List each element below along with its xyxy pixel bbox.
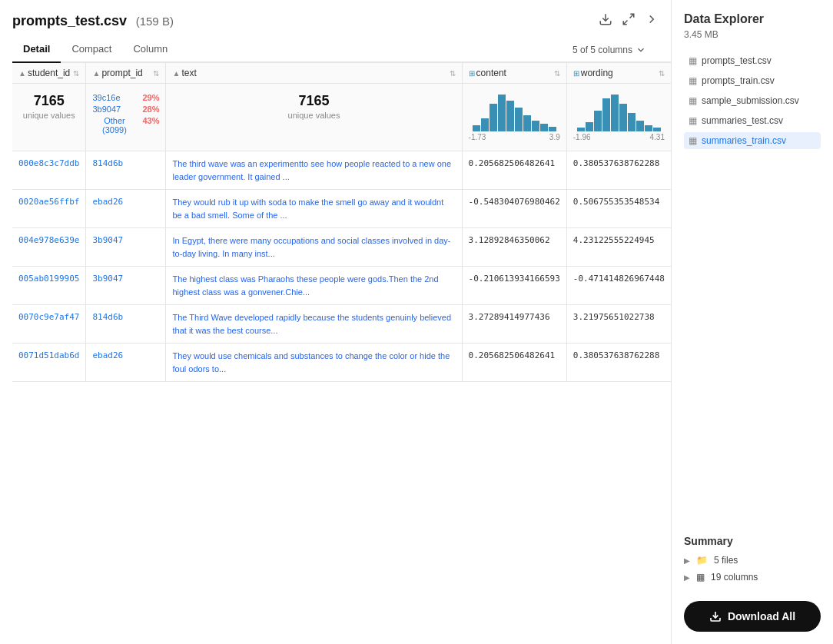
histogram-bar	[645, 125, 652, 131]
sort-icon-wording[interactable]: ⇅	[659, 69, 665, 78]
file-name: sample_submission.csv	[702, 95, 799, 106]
sidebar-file-item[interactable]: ▦sample_submission.csv	[684, 92, 821, 109]
summary-item-1[interactable]: ▶▦19 columns	[684, 572, 821, 583]
data-table-container[interactable]: ▲student_id ⇅ ▲prompt_id ⇅ ▲text ⇅	[12, 63, 671, 644]
table-icon: ▦	[689, 95, 697, 106]
cell-student-id-1[interactable]: 0020ae56ffbf	[12, 190, 86, 228]
summary-item-0[interactable]: ▶📁5 files	[684, 555, 821, 566]
histogram-bar	[532, 121, 539, 131]
sidebar-size: 3.45 MB	[684, 29, 821, 40]
histogram-bar	[540, 124, 548, 131]
header-actions	[599, 12, 659, 29]
cell-content-0: 0.205682506482641	[462, 151, 566, 190]
file-name: summaries_train.csv	[702, 135, 786, 146]
cell-prompt-id-1: ebad26	[86, 190, 166, 228]
cell-text-4: The Third Wave developed rapidly because…	[166, 305, 462, 344]
sidebar-file-item[interactable]: ▦prompts_train.csv	[684, 72, 821, 89]
columns-count: 5 of 5 columns	[572, 45, 632, 55]
table-row: 0020ae56ffbf ebad26 They would rub it up…	[12, 190, 671, 228]
pct-row: 39c16e 29% 3b9047 28% Other (3099) 43%	[92, 93, 159, 134]
cell-content-5: 0.205682506482641	[462, 344, 566, 382]
cell-content-4: 3.27289414977436	[462, 305, 566, 344]
col-header-prompt-id: ▲prompt_id ⇅	[86, 63, 166, 84]
wording-bars	[577, 93, 661, 131]
table-icon: ▦	[689, 115, 697, 126]
histogram-bar	[498, 95, 506, 131]
content-labels: -1.73 3.9	[469, 133, 560, 141]
expand-icon[interactable]	[622, 12, 636, 29]
cell-wording-5: 0.380537638762288	[566, 344, 671, 382]
file-header: prompts_test.csv (159 B)	[12, 12, 671, 29]
table-icon: ▦	[689, 75, 697, 86]
cell-content-2: 3.12892846350062	[462, 228, 566, 267]
tab-detail[interactable]: Detail	[12, 38, 61, 63]
cell-text-3: The highest class was Pharaohs these peo…	[166, 267, 462, 305]
summary-prompt-id: 39c16e 29% 3b9047 28% Other (3099) 43%	[86, 84, 166, 151]
file-list: ▦prompts_test.csv▦prompts_train.csv▦samp…	[684, 52, 821, 149]
sort-icon-content[interactable]: ⇅	[554, 69, 560, 78]
cell-text-5: They would use chemicals and substances …	[166, 344, 462, 382]
histogram-bar	[594, 111, 602, 131]
col-type-icon-text: ▲	[172, 69, 180, 78]
sidebar-file-item[interactable]: ▦summaries_test.csv	[684, 112, 821, 129]
cell-student-id-2[interactable]: 004e978e639e	[12, 228, 86, 267]
sort-icon-prompt-id[interactable]: ⇅	[153, 69, 159, 78]
histogram-bar	[473, 125, 480, 131]
arrow-icon: ▶	[684, 573, 690, 582]
histogram-bar	[577, 128, 585, 131]
summary-text: 7165 unique values	[166, 84, 462, 151]
arrow-icon: ▶	[684, 556, 690, 565]
file-title-area: prompts_test.csv (159 B)	[12, 13, 174, 29]
file-name: summaries_test.csv	[702, 115, 783, 126]
sidebar: Data Explorer 3.45 MB ▦prompts_test.csv▦…	[672, 0, 833, 644]
col-type-icon-prompt-id: ▲	[92, 69, 100, 78]
download-all-button[interactable]: Download All	[684, 601, 821, 632]
histogram-bar	[619, 104, 627, 131]
sidebar-file-item[interactable]: ▦prompts_test.csv	[684, 52, 821, 69]
cell-student-id-0[interactable]: 000e8c3c7ddb	[12, 151, 86, 190]
sidebar-file-item[interactable]: ▦summaries_train.csv	[684, 132, 821, 149]
cell-text-1: They would rub it up with soda to make t…	[166, 190, 462, 228]
cell-student-id-5[interactable]: 0071d51dab6d	[12, 344, 86, 382]
tab-compact[interactable]: Compact	[61, 38, 122, 63]
pct-item-2: Other (3099) 43%	[92, 116, 159, 134]
cell-content-3: -0.210613934166593	[462, 267, 566, 305]
tab-column[interactable]: Column	[122, 38, 178, 63]
cell-prompt-id-4: 814d6b	[86, 305, 166, 344]
cell-wording-3: -0.471414826967448	[566, 267, 671, 305]
cell-student-id-4[interactable]: 0070c9e7af47	[12, 305, 86, 344]
cell-prompt-id-0: 814d6b	[86, 151, 166, 190]
cell-prompt-id-5: ebad26	[86, 344, 166, 382]
sort-icon-text[interactable]: ⇅	[450, 69, 456, 78]
columns-info[interactable]: 5 of 5 columns	[572, 38, 659, 61]
col-header-content: ⊞content ⇅	[462, 63, 566, 84]
table-row: 004e978e639e 3b9047 In Egypt, there were…	[12, 228, 671, 267]
download-btn-icon	[709, 610, 722, 622]
data-table: ▲student_id ⇅ ▲prompt_id ⇅ ▲text ⇅	[12, 63, 671, 382]
download-icon[interactable]	[599, 12, 612, 29]
col-header-student-id: ▲student_id ⇅	[12, 63, 86, 84]
table-row: 005ab0199905 3b9047 The highest class wa…	[12, 267, 671, 305]
download-all-label: Download All	[728, 610, 795, 622]
sort-icon-student-id[interactable]: ⇅	[73, 69, 79, 78]
histogram-bar	[602, 98, 610, 131]
cell-content-1: -0.548304076980462	[462, 190, 566, 228]
histogram-bar	[515, 108, 523, 131]
wording-histogram: -1.96 4.31	[573, 93, 665, 141]
summary-student-id: 7165 unique values	[12, 84, 86, 151]
cell-wording-2: 4.23122555224945	[566, 228, 671, 267]
histogram-bar	[628, 113, 636, 131]
table-row: 0070c9e7af47 814d6b The Third Wave devel…	[12, 305, 671, 344]
summary-content: -1.73 3.9	[462, 84, 566, 151]
histogram-bar	[523, 115, 531, 131]
histogram-bar	[586, 122, 593, 131]
cell-student-id-3[interactable]: 005ab0199905	[12, 267, 86, 305]
pct-item-0: 39c16e 29%	[92, 93, 159, 102]
summary-wording: -1.96 4.31	[566, 84, 671, 151]
wording-labels: -1.96 4.31	[573, 133, 665, 141]
col-header-wording: ⊞wording ⇅	[566, 63, 671, 84]
summary-section: Summary ▶📁5 files▶▦19 columns	[684, 535, 821, 589]
next-icon[interactable]	[645, 12, 659, 29]
histogram-bar	[636, 121, 644, 131]
file-size: (159 B)	[136, 15, 174, 28]
